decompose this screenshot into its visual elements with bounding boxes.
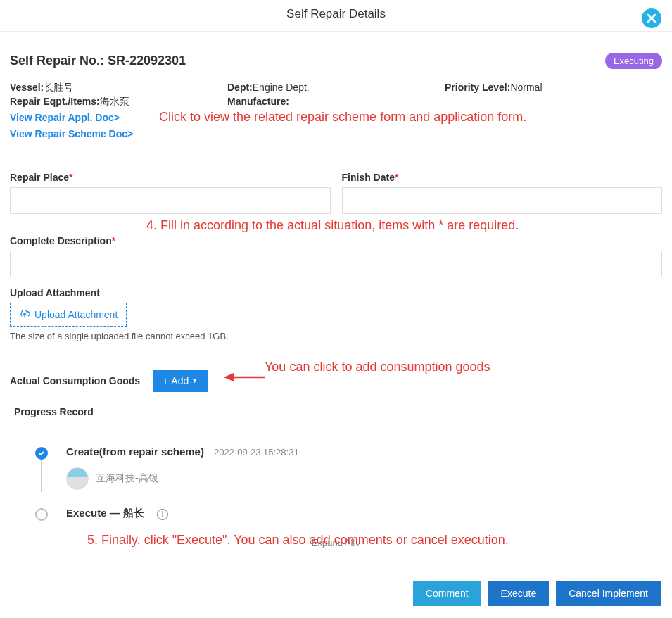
- timeline-step-create: Create(from repair scheme) 2022-09-23 15…: [35, 446, 662, 490]
- timeline-step-execute: Execute — 船长 i: [35, 507, 662, 520]
- dept-value: Engine Dept.: [253, 82, 310, 93]
- close-icon: [647, 13, 657, 23]
- avatar: [66, 467, 89, 490]
- view-repair-scheme-link[interactable]: View Repair Scheme Doc>: [10, 128, 133, 139]
- add-goods-button[interactable]: + Add ▼: [153, 370, 208, 392]
- step-create-time: 2022-09-23 15:28:31: [214, 447, 299, 458]
- annotation-4: 5. Finally, click "Execute". You can als…: [87, 533, 509, 548]
- dept-label: Dept:: [227, 82, 253, 93]
- arrow-annotation-icon: [222, 367, 266, 388]
- check-circle-icon: [35, 447, 48, 460]
- step-execute-title: Execute — 船长: [66, 507, 144, 520]
- complete-desc-input[interactable]: [10, 251, 662, 277]
- manufacture-label: Manufacture:: [227, 96, 289, 107]
- upload-attachment-label: Upload Attachment: [10, 287, 662, 298]
- repair-place-input[interactable]: [10, 187, 331, 214]
- svg-marker-1: [224, 373, 234, 381]
- vessel-label: Vessel:: [10, 82, 44, 93]
- plus-icon: +: [163, 375, 168, 386]
- info-icon[interactable]: i: [157, 509, 168, 520]
- priority-value: Normal: [510, 82, 542, 93]
- step-create-user: 互海科技-高银: [96, 472, 158, 485]
- finish-date-label: Finish Date*: [342, 172, 663, 183]
- vessel-value: 长胜号: [44, 82, 73, 93]
- cancel-implement-button[interactable]: Cancel Implement: [556, 581, 661, 606]
- timeline-connector: [41, 460, 42, 492]
- complete-desc-label: Complete Description*: [10, 235, 662, 246]
- view-repair-appl-link[interactable]: View Repair Appl. Doc>: [10, 112, 120, 123]
- annotation-2: 4. Fill in according to the actual situa…: [146, 218, 519, 233]
- upload-hint: The size of a single uploaded file canno…: [10, 331, 662, 341]
- priority-label: Priority Level:: [445, 82, 510, 93]
- caret-down-icon: ▼: [191, 377, 198, 384]
- execute-button[interactable]: Execute: [488, 581, 550, 606]
- comment-button[interactable]: Comment: [413, 581, 481, 606]
- circle-icon: [35, 508, 48, 521]
- eqpt-value: 海水泵: [100, 96, 129, 107]
- eqpt-label: Repair Eqpt./Items:: [10, 96, 100, 107]
- close-button[interactable]: [642, 8, 661, 28]
- progress-record-title: Progress Record: [10, 406, 662, 417]
- page-title: Self Repair Details: [286, 7, 386, 20]
- finish-date-input[interactable]: [342, 187, 663, 214]
- repair-place-label: Repair Place*: [10, 172, 331, 183]
- repair-number-title: Self Repair No.: SR-22092301: [10, 53, 186, 68]
- annotation-1: Click to view the related repair scheme …: [159, 110, 526, 125]
- upload-attachment-button[interactable]: Upload Attachment: [10, 303, 127, 327]
- status-badge: Executing: [605, 53, 662, 69]
- annotation-3: You can click to add consumption goods: [265, 360, 490, 374]
- step-create-title: Create(from repair scheme): [66, 446, 204, 458]
- consumption-goods-label: Actual Consumption Goods: [10, 375, 140, 386]
- cloud-upload-icon: [19, 310, 30, 320]
